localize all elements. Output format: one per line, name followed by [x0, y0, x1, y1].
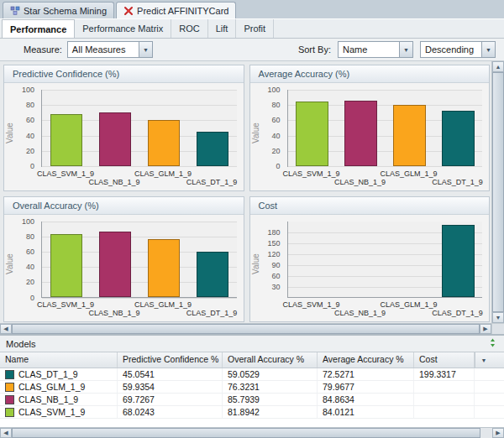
gridline [42, 105, 237, 106]
gridline [288, 166, 483, 167]
y-tick-label: 30 [271, 283, 280, 291]
chevron-down-icon: ▼ [399, 42, 412, 57]
x-category-label: CLAS_NB_1_9 [88, 178, 139, 186]
gridline [42, 298, 237, 299]
models-panel-title: Models [6, 339, 35, 349]
tab-label: Predict AFFINITYCard [137, 6, 228, 16]
table-row-CLAS_SVM_1_9[interactable]: CLAS_SVM_1_968.024381.894284.0121 [0, 406, 504, 419]
gridline [42, 90, 237, 91]
cell-name: CLAS_NB_1_9 [0, 394, 118, 405]
cell-average-accuracy: 72.5271 [318, 368, 414, 380]
bar-CLAS_NB_1_9[interactable] [99, 232, 131, 297]
vertical-scroll-thumb[interactable] [492, 72, 504, 312]
bar-CLAS_SVM_1_9[interactable] [50, 114, 82, 166]
x-category-label: CLAS_SVM_1_9 [282, 300, 339, 309]
sort-order-value: Descending [421, 44, 481, 55]
cell-name: CLAS_DT_1_9 [0, 368, 118, 380]
table-row-CLAS_GLM_1_9[interactable]: CLAS_GLM_1_959.935476.323179.9677 [0, 381, 504, 394]
tab-profit[interactable]: Profit [236, 19, 274, 38]
y-tick-label: 80 [26, 101, 34, 109]
horizontal-scroll-thumb[interactable] [12, 324, 480, 334]
model-name: CLAS_GLM_1_9 [18, 382, 85, 392]
scroll-down-button[interactable]: ▼ [492, 312, 504, 323]
sort-arrows-icon[interactable] [487, 337, 498, 350]
model-name: CLAS_SVM_1_9 [18, 407, 85, 417]
cell-overall-accuracy: 85.7939 [223, 394, 318, 405]
y-axis-ticks: 020406080100 [14, 222, 38, 299]
charts-horizontal-scrollbar[interactable]: ◀ ▶ [0, 323, 491, 334]
cell-overall-accuracy: 76.3231 [223, 381, 318, 393]
tab-performance-matrix[interactable]: Performance Matrix [75, 19, 171, 38]
bar-CLAS_SVM_1_9[interactable] [296, 102, 328, 165]
plot-area [41, 90, 237, 167]
scroll-right-button[interactable]: ▶ [492, 428, 504, 438]
model-name: CLAS_NB_1_9 [18, 394, 78, 404]
chart-body: Value 306090120150180 CLAS_SVM_1_9CLAS_N… [250, 215, 490, 322]
table-row-CLAS_DT_1_9[interactable]: CLAS_DT_1_945.054159.052972.5271199.3317 [0, 368, 504, 381]
table-row-CLAS_NB_1_9[interactable]: CLAS_NB_1_969.726785.793984.8634 [0, 394, 504, 406]
tab-predict-affinitycard[interactable]: Predict AFFINITYCard [116, 2, 236, 18]
sort-order-dropdown[interactable]: Descending ▼ [420, 41, 496, 58]
plot-area [41, 222, 237, 299]
view-tab-bar: Performance Performance Matrix ROC Lift … [0, 18, 504, 39]
tab-roc[interactable]: ROC [171, 19, 207, 38]
cell-cost: 199.3317 [414, 368, 475, 380]
x-category-label: CLAS_GLM_1_9 [380, 300, 437, 309]
y-tick-label: 180 [267, 228, 280, 237]
cell-cost [414, 394, 475, 405]
chart-title: Predictive Confidence (%) [4, 65, 244, 83]
bar-CLAS_SVM_1_9[interactable] [50, 234, 82, 297]
tab-lift[interactable]: Lift [208, 19, 237, 38]
models-horizontal-scrollbar[interactable]: ◀ ▶ [0, 427, 504, 438]
charts-vertical-scrollbar[interactable]: ▲ ▼ [491, 61, 504, 323]
y-axis-ticks: 020406080100 [14, 90, 38, 167]
model-name: CLAS_DT_1_9 [18, 369, 78, 379]
column-header-cost[interactable]: Cost [414, 352, 475, 368]
chart-title-text: Average Accuracy (%) [259, 69, 350, 79]
y-tick-label: 20 [26, 147, 34, 155]
column-header-overall-accuracy[interactable]: Overall Accuracy % [223, 352, 318, 368]
y-tick-label: 100 [22, 86, 34, 94]
bar-CLAS_DT_1_9[interactable] [197, 252, 228, 297]
column-header-predictive-confidence[interactable]: Predictive Confidence % [118, 352, 223, 368]
horizontal-scroll-thumb[interactable] [12, 428, 480, 438]
y-tick-label: 100 [22, 217, 34, 226]
sort-field-dropdown[interactable]: Name ▼ [338, 41, 413, 58]
scroll-right-button[interactable]: ▶ [480, 324, 491, 334]
y-tick-label: 150 [267, 239, 280, 248]
column-selector-button[interactable]: ▼ [475, 352, 492, 368]
chart-cost: Cost Value 306090120150180 CLAS_SVM_1_9C… [249, 196, 491, 323]
y-axis-ticks: 020406080100 [260, 90, 284, 167]
bar-CLAS_GLM_1_9[interactable] [148, 239, 180, 297]
tab-star-schema-mining[interactable]: Star Schema Mining [3, 2, 114, 18]
y-tick-label: 120 [267, 250, 280, 258]
gridline [288, 90, 483, 91]
scroll-left-button[interactable]: ◀ [0, 324, 12, 334]
bar-CLAS_NB_1_9[interactable] [99, 112, 131, 165]
gridline [42, 222, 237, 222]
column-header-average-accuracy[interactable]: Average Accuracy % [318, 352, 414, 368]
bar-CLAS_DT_1_9[interactable] [442, 225, 474, 297]
app-window: Star Schema Mining Predict AFFINITYCard … [0, 0, 504, 438]
y-axis-label: Value [5, 123, 14, 143]
scroll-up-button[interactable]: ▲ [492, 61, 504, 72]
column-header-name[interactable]: Name [0, 352, 118, 368]
bar-CLAS_GLM_1_9[interactable] [148, 120, 180, 166]
tab-label: Performance Matrix [82, 23, 163, 34]
bar-CLAS_GLM_1_9[interactable] [393, 105, 425, 166]
scroll-left-button[interactable]: ◀ [0, 428, 12, 438]
models-table-header: Name Predictive Confidence % Overall Acc… [0, 352, 504, 368]
cell-predictive-confidence: 45.0541 [118, 368, 223, 380]
measure-dropdown[interactable]: All Measures ▼ [67, 41, 153, 58]
tab-performance[interactable]: Performance [2, 19, 75, 38]
cell-average-accuracy: 79.9677 [318, 381, 414, 393]
y-tick-label: 20 [26, 278, 34, 286]
tab-label: Performance [10, 24, 66, 34]
bar-CLAS_DT_1_9[interactable] [197, 132, 228, 166]
chevron-down-icon: ▼ [481, 42, 495, 57]
bar-CLAS_NB_1_9[interactable] [344, 101, 376, 165]
sort-field-value: Name [339, 44, 399, 55]
chart-title: Average Accuracy (%) [250, 65, 490, 83]
bar-CLAS_DT_1_9[interactable] [442, 111, 474, 166]
x-axis-labels: CLAS_SVM_1_9CLAS_NB_1_9CLAS_GLM_1_9CLAS_… [287, 300, 483, 319]
